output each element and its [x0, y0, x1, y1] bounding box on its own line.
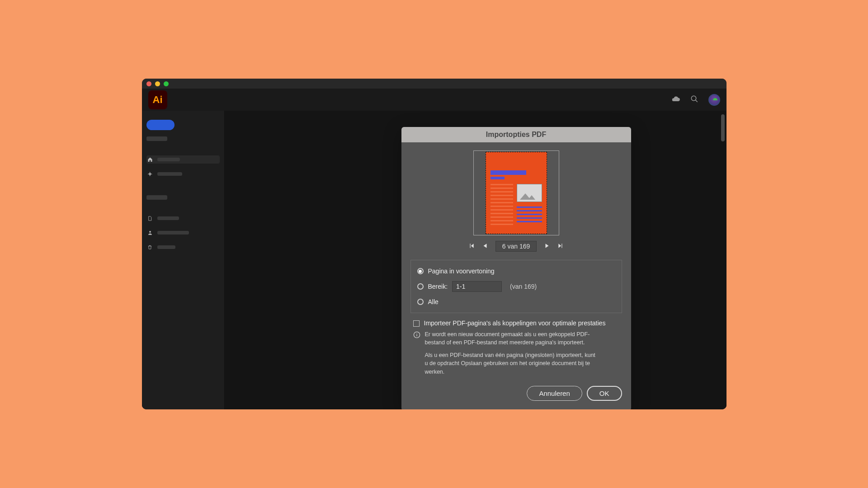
radio-all[interactable] — [417, 299, 424, 305]
home-icon — [147, 157, 153, 162]
import-options: Pagina in voorvertoning Bereik: (van 169… — [410, 260, 622, 313]
range-hint: (van 169) — [510, 283, 537, 290]
checkbox-import-as-links[interactable] — [413, 320, 420, 327]
next-page-icon[interactable] — [544, 243, 550, 250]
sidebar-item-home[interactable] — [146, 155, 220, 164]
range-input[interactable] — [452, 281, 502, 292]
svg-line-1 — [695, 100, 698, 102]
dialog-title: Importopties PDF — [401, 127, 631, 142]
document-icon — [147, 216, 153, 221]
avatar[interactable] — [708, 94, 720, 106]
sidebar-primary-button[interactable] — [146, 120, 175, 130]
sidebar-item-deleted[interactable] — [146, 243, 220, 251]
sidebar-item-files[interactable] — [146, 214, 220, 222]
app-window: Ai ✦ — [142, 79, 726, 409]
topbar: Ai — [142, 89, 726, 111]
cloud-icon[interactable] — [671, 94, 680, 105]
minimize-window-icon[interactable] — [155, 81, 160, 86]
sidebar-item-shared[interactable] — [146, 229, 220, 237]
scrollbar[interactable] — [721, 114, 725, 141]
prev-page-icon[interactable] — [482, 243, 488, 250]
checkbox-import-as-links-label: Importeer PDF-pagina's als koppelingen v… — [424, 319, 606, 327]
search-icon[interactable] — [690, 95, 698, 105]
sidebar-item-learn[interactable]: ✦ — [146, 170, 220, 178]
cancel-button[interactable]: Annuleren — [527, 386, 582, 401]
page-indicator[interactable]: 6 van 169 — [495, 241, 537, 252]
radio-range[interactable] — [417, 283, 424, 290]
info-icon — [413, 331, 420, 338]
app-logo: Ai — [148, 90, 167, 109]
info-text: Er wordt een nieuw document gemaakt als … — [425, 330, 597, 376]
close-window-icon[interactable] — [146, 81, 151, 86]
image-placeholder-icon — [517, 184, 542, 202]
content-area: Importopties PDF — [225, 111, 726, 409]
radio-range-label: Bereik: — [428, 283, 448, 290]
page-thumbnail — [486, 152, 547, 234]
pdf-import-dialog: Importopties PDF — [401, 127, 631, 409]
main-area: ✦ — [142, 111, 726, 409]
sparkle-icon: ✦ — [147, 171, 153, 177]
sidebar: ✦ — [142, 111, 225, 409]
svg-point-5 — [416, 333, 417, 333]
person-icon — [147, 230, 153, 235]
trash-icon — [147, 244, 153, 250]
first-page-icon[interactable] — [468, 243, 475, 250]
svg-point-2 — [149, 231, 151, 233]
page-preview — [473, 150, 559, 235]
window-titlebar — [142, 79, 726, 89]
last-page-icon[interactable] — [557, 243, 564, 250]
radio-preview-page[interactable] — [417, 268, 424, 274]
page-pager: 6 van 169 — [410, 241, 622, 252]
radio-preview-label: Pagina in voorvertoning — [428, 267, 495, 275]
svg-point-0 — [691, 96, 696, 101]
radio-all-label: Alle — [428, 298, 439, 305]
maximize-window-icon[interactable] — [164, 81, 169, 86]
ok-button[interactable]: OK — [587, 386, 622, 401]
